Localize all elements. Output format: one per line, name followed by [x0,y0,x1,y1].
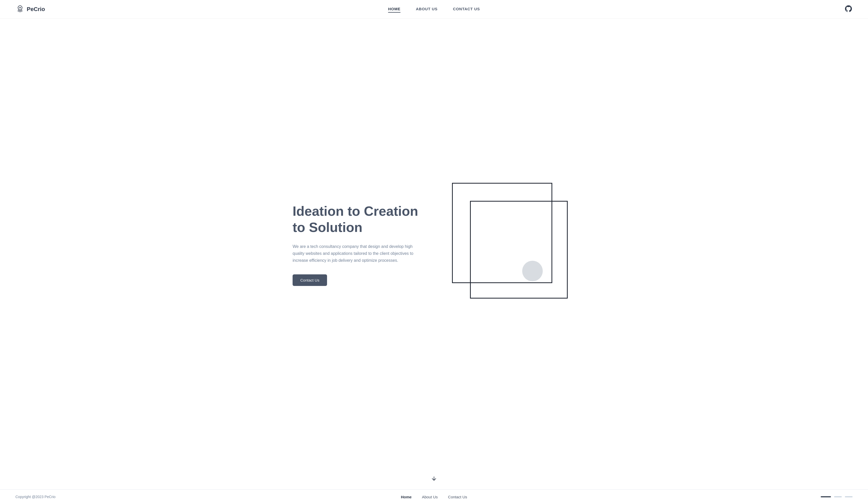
main-wrapper: Ideation to Creation to Solution We are … [0,19,868,470]
footer-nav-about[interactable]: About Us [422,495,438,499]
circle-decoration [522,261,543,281]
pagination-dot-1[interactable] [821,496,831,497]
scroll-indicator[interactable] [0,470,868,489]
page-wrapper: PeCrio HOME ABOUT US CONTACT US Ideation… [0,0,868,504]
copyright-text: Copyright @2023 PeCrio [16,495,55,499]
logo[interactable]: PeCrio [16,4,45,14]
nav-about[interactable]: ABOUT US [416,7,437,12]
footer-nav: Home About Us Contact Us [401,495,467,499]
pagination-dot-3[interactable] [845,496,852,497]
rect-inner [470,201,568,299]
header: PeCrio HOME ABOUT US CONTACT US [0,0,868,19]
footer-nav-home[interactable]: Home [401,495,412,499]
pagination-dots [821,496,852,497]
scroll-down-icon [431,475,437,482]
svg-point-1 [20,7,21,8]
hero-description: We are a tech consultancy company that d… [292,243,421,264]
hero-illustration [452,183,576,306]
footer-nav-contact[interactable]: Contact Us [448,495,467,499]
hero-left: Ideation to Creation to Solution We are … [292,203,421,286]
nav-contact[interactable]: CONTACT US [453,7,480,12]
pagination-dot-2[interactable] [834,496,842,497]
github-link[interactable] [844,4,852,14]
footer: Copyright @2023 PeCrio Home About Us Con… [0,489,868,504]
github-icon [844,4,852,13]
main-nav: HOME ABOUT US CONTACT US [388,7,480,12]
nav-home[interactable]: HOME [388,7,400,12]
hero-title: Ideation to Creation to Solution [292,203,421,235]
content-area: Ideation to Creation to Solution We are … [0,19,868,489]
hero-title-line1: Ideation to Creation [292,204,418,218]
hero-title-line2: to Solution [292,220,362,235]
contact-us-button[interactable]: Contact Us [292,274,327,286]
logo-text: PeCrio [27,6,45,13]
logo-icon [16,4,25,14]
inner-main: Ideation to Creation to Solution We are … [267,183,601,306]
